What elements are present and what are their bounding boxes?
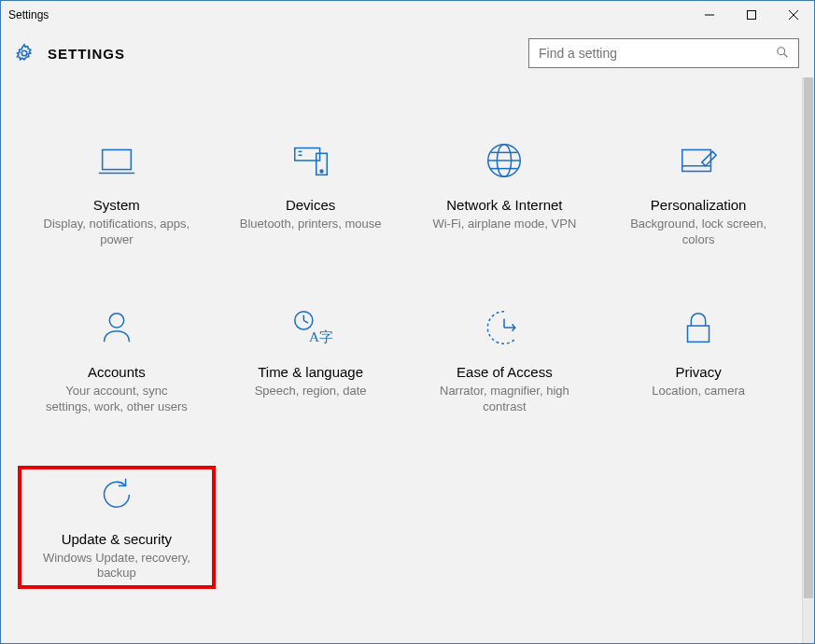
tile-title: System: [93, 197, 140, 213]
tile-title: Personalization: [651, 197, 747, 213]
tile-desc: Narrator, magnifier, high contrast: [429, 384, 579, 415]
maximize-button[interactable]: [730, 1, 772, 29]
tile-title: Network & Internet: [446, 197, 562, 213]
tile-title: Time & language: [258, 364, 363, 380]
privacy-icon: [677, 306, 720, 349]
svg-rect-19: [682, 150, 711, 172]
tile-update-security[interactable]: Update & security Windows Update, recove…: [20, 468, 214, 588]
content-area: System Display, notifications, apps, pow…: [1, 77, 814, 643]
update-security-icon: [95, 473, 138, 516]
titlebar: Settings: [1, 1, 814, 29]
personalization-icon: [677, 139, 720, 182]
tile-desc: Your account, sync settings, work, other…: [42, 384, 191, 415]
tile-devices[interactable]: Devices Bluetooth, printers, mouse: [214, 133, 408, 254]
tile-network[interactable]: Network & Internet Wi-Fi, airplane mode,…: [408, 133, 602, 254]
tile-title: Devices: [286, 197, 335, 213]
tile-title: Privacy: [676, 364, 722, 380]
window-title: Settings: [8, 8, 49, 21]
tile-desc: Display, notifications, apps, power: [42, 217, 191, 248]
scrollbar-thumb[interactable]: [804, 77, 813, 598]
window-controls: [688, 1, 814, 29]
tile-desc: Location, camera: [652, 384, 745, 399]
gear-icon: [14, 43, 35, 63]
close-button[interactable]: [772, 1, 814, 29]
svg-rect-1: [747, 11, 755, 20]
svg-rect-7: [103, 150, 132, 170]
search-input[interactable]: [539, 46, 776, 61]
time-language-icon: A字: [289, 306, 332, 349]
tile-desc: Background, lock screen, colors: [624, 217, 773, 248]
svg-point-21: [109, 313, 123, 327]
devices-icon: [289, 139, 332, 182]
tile-title: Update & security: [62, 531, 172, 547]
tile-title: Accounts: [88, 364, 146, 380]
tile-desc: Bluetooth, printers, mouse: [240, 217, 382, 232]
tiles-grid: System Display, notifications, apps, pow…: [1, 77, 814, 615]
tile-system[interactable]: System Display, notifications, apps, pow…: [20, 133, 214, 254]
tile-time-language[interactable]: A字 Time & language Speech, region, date: [214, 301, 408, 421]
network-icon: [483, 139, 526, 182]
tile-desc: Windows Update, recovery, backup: [42, 551, 191, 582]
page-title: SETTINGS: [48, 46, 125, 62]
tile-accounts[interactable]: Accounts Your account, sync settings, wo…: [20, 301, 214, 421]
minimize-button[interactable]: [688, 1, 730, 29]
tile-privacy[interactable]: Privacy Location, camera: [601, 301, 795, 421]
ease-of-access-icon: [483, 306, 526, 349]
tile-desc: Wi-Fi, airplane mode, VPN: [432, 217, 576, 232]
system-icon: [95, 139, 138, 182]
svg-text:A字: A字: [309, 329, 332, 344]
tile-personalization[interactable]: Personalization Background, lock screen,…: [601, 133, 795, 254]
tile-title: Ease of Access: [457, 364, 553, 380]
svg-point-11: [320, 170, 323, 173]
svg-line-6: [784, 54, 788, 58]
tile-desc: Speech, region, date: [255, 384, 367, 399]
header: SETTINGS: [1, 29, 814, 77]
search-icon: [776, 46, 791, 61]
svg-point-4: [21, 50, 27, 56]
svg-line-24: [303, 320, 308, 323]
accounts-icon: [95, 306, 138, 349]
scrollbar[interactable]: [802, 77, 814, 643]
svg-rect-27: [688, 326, 710, 342]
search-box[interactable]: [528, 38, 799, 68]
svg-point-5: [778, 48, 785, 55]
tile-ease-of-access[interactable]: Ease of Access Narrator, magnifier, high…: [408, 301, 602, 421]
